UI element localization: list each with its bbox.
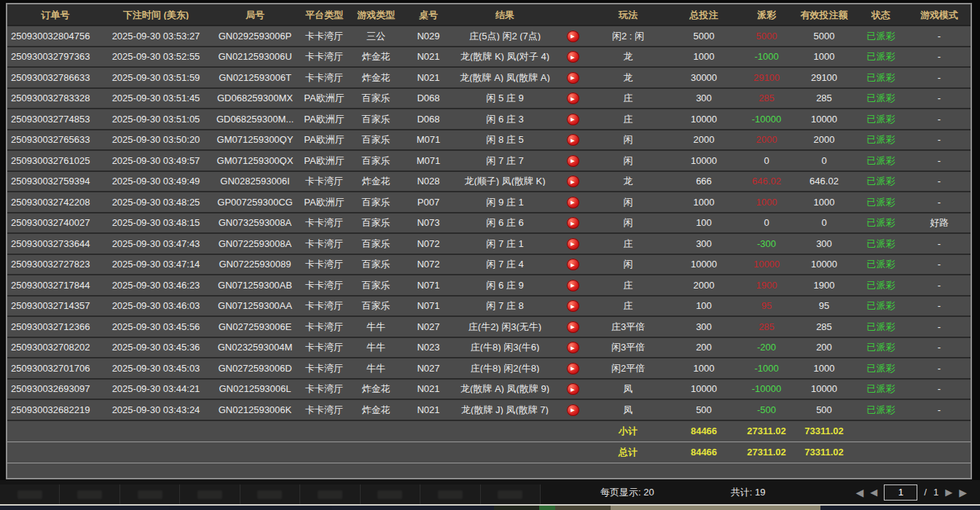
replay-button[interactable]: ▶ <box>567 342 579 353</box>
cell-valid-bet: 29100 <box>794 73 854 82</box>
cell-replay: ▶ <box>558 93 587 105</box>
replay-button[interactable]: ▶ <box>567 31 579 42</box>
dimmed-button-label <box>318 490 342 499</box>
table-row: 2509300327123662025-09-30 03:45:56GN0272… <box>7 317 971 338</box>
cell-total-bet: 30000 <box>669 73 739 82</box>
replay-button[interactable]: ▶ <box>567 383 579 395</box>
cell-order-id: 250930032759394 <box>7 176 103 186</box>
table-row: 2509300327748532025-09-30 03:51:05GD0682… <box>7 109 971 130</box>
cell-payout: 646.02 <box>739 176 794 186</box>
replay-button[interactable]: ▶ <box>567 280 579 291</box>
col-header-status: 状态 <box>854 10 908 20</box>
cell-payout: 95 <box>739 301 794 310</box>
table-row: 2509300327278232025-09-30 03:47:14GN0722… <box>7 255 971 276</box>
prev-page-icon[interactable]: ◀ <box>870 487 877 497</box>
table-row: 2509300327143572025-09-30 03:46:03GN0712… <box>7 297 971 318</box>
cell-result: 庄(牛2) 闲3(无牛) <box>452 322 558 332</box>
cell-platform: 卡卡湾厅 <box>302 342 347 352</box>
cell-total-bet: 1000 <box>669 364 739 373</box>
cell-payout: 0 <box>739 218 794 227</box>
cell-replay: ▶ <box>558 279 587 291</box>
cell-platform: 卡卡湾厅 <box>302 73 347 82</box>
cell-round-id: GP007259300CG <box>208 197 302 207</box>
col-header-game-type: 游戏类型 <box>347 10 405 20</box>
cell-payout: 0 <box>739 156 794 165</box>
replay-button[interactable]: ▶ <box>567 134 579 146</box>
cell-game-mode: - <box>908 239 971 248</box>
cell-game-type: 百家乐 <box>347 135 405 144</box>
cell-bet-time: 2025-09-30 03:51:59 <box>103 73 208 82</box>
cell-round-id: GN0212593006L <box>208 384 302 393</box>
last-page-icon[interactable]: ▶ <box>959 487 967 498</box>
cell-status: 已派彩 <box>854 176 908 186</box>
cell-game-type: 百家乐 <box>347 218 405 227</box>
cell-payout: -1000 <box>739 52 794 61</box>
col-header-bet-time: 下注时间 (美东) <box>103 10 208 20</box>
dimmed-button-label <box>138 490 162 499</box>
cell-play-type: 庄 <box>587 280 669 290</box>
subtotal-label: 小计 <box>587 426 669 436</box>
cell-round-id: GM071259300QX <box>208 156 302 165</box>
dimmed-button-label <box>438 490 463 499</box>
cell-valid-bet: 646.02 <box>794 176 854 186</box>
cell-game-type: 炸金花 <box>347 405 405 415</box>
table-row: 2509300327833282025-09-30 03:51:45GD0682… <box>7 89 971 110</box>
cell-result: 庄(5点) 闲2 (7点) <box>452 31 558 41</box>
cell-valid-bet: 5000 <box>794 31 854 41</box>
table-row: 2509300326930972025-09-30 03:44:21GN0212… <box>7 380 971 401</box>
replay-button[interactable]: ▶ <box>567 51 579 63</box>
table-header-row: 订单号 下注时间 (美东) 局号 平台类型 游戏类型 桌号 结果 玩法 总投注 … <box>7 4 971 26</box>
table-row: 2509300327336442025-09-30 03:47:43GN0722… <box>7 234 971 255</box>
replay-button[interactable]: ▶ <box>567 197 579 208</box>
replay-button[interactable]: ▶ <box>567 72 579 84</box>
dimmed-button-label <box>17 490 42 499</box>
cell-game-type: 百家乐 <box>347 156 405 165</box>
replay-button[interactable]: ▶ <box>567 93 579 104</box>
cell-platform: 卡卡湾厅 <box>302 52 347 61</box>
replay-button[interactable]: ▶ <box>567 238 579 250</box>
cell-bet-time: 2025-09-30 03:46:03 <box>103 301 208 310</box>
dimmed-button <box>180 484 240 504</box>
cell-play-type: 闲 <box>587 259 669 269</box>
cell-replay: ▶ <box>558 404 587 416</box>
cell-valid-bet: 10000 <box>794 384 854 393</box>
cell-game-mode: - <box>908 52 971 61</box>
cell-valid-bet: 95 <box>794 301 854 310</box>
cell-total-bet: 300 <box>669 239 739 248</box>
next-page-icon[interactable]: ▶ <box>945 487 952 497</box>
cell-valid-bet: 1900 <box>794 280 854 290</box>
cell-total-bet: 10000 <box>669 259 739 269</box>
replay-button[interactable]: ▶ <box>567 217 579 229</box>
replay-button[interactable]: ▶ <box>567 404 579 416</box>
cell-table-no: P007 <box>405 197 452 207</box>
replay-button[interactable]: ▶ <box>567 114 579 125</box>
underlying-page-segment <box>611 506 820 510</box>
cell-platform: PA欧洲厅 <box>302 114 347 124</box>
cell-bet-time: 2025-09-30 03:50:20 <box>103 135 208 144</box>
page-input[interactable]: 1 <box>884 484 917 501</box>
first-page-icon[interactable]: ◀ <box>856 487 864 498</box>
cell-platform: PA欧洲厅 <box>302 93 347 103</box>
replay-button[interactable]: ▶ <box>567 155 579 167</box>
cell-total-bet: 10000 <box>669 156 739 165</box>
col-header-total-bet: 总投注 <box>669 10 739 20</box>
dimmed-button <box>240 484 300 504</box>
cell-order-id: 250930032727823 <box>7 259 103 269</box>
replay-button[interactable]: ▶ <box>567 363 579 374</box>
cell-bet-time: 2025-09-30 03:52:55 <box>103 52 208 61</box>
pagination-controls: ◀ ◀ 1 / 1 ▶ ▶ <box>856 484 967 501</box>
replay-button[interactable]: ▶ <box>567 300 579 312</box>
cell-payout: 285 <box>739 93 794 103</box>
dimmed-button-label <box>377 490 402 499</box>
replay-button[interactable]: ▶ <box>567 321 579 333</box>
cell-bet-time: 2025-09-30 03:48:15 <box>103 218 208 227</box>
cell-result: 龙(散牌 A) 凤(散牌 9) <box>452 384 558 393</box>
cell-table-no: N021 <box>405 384 452 393</box>
cell-table-no: N027 <box>405 322 452 332</box>
cell-status: 已派彩 <box>854 301 908 310</box>
replay-button[interactable]: ▶ <box>567 176 579 187</box>
replay-button[interactable]: ▶ <box>567 259 579 270</box>
cell-round-id: GN0232593004M <box>208 342 302 352</box>
cell-game-type: 百家乐 <box>347 239 405 248</box>
cell-game-mode: - <box>908 322 971 332</box>
